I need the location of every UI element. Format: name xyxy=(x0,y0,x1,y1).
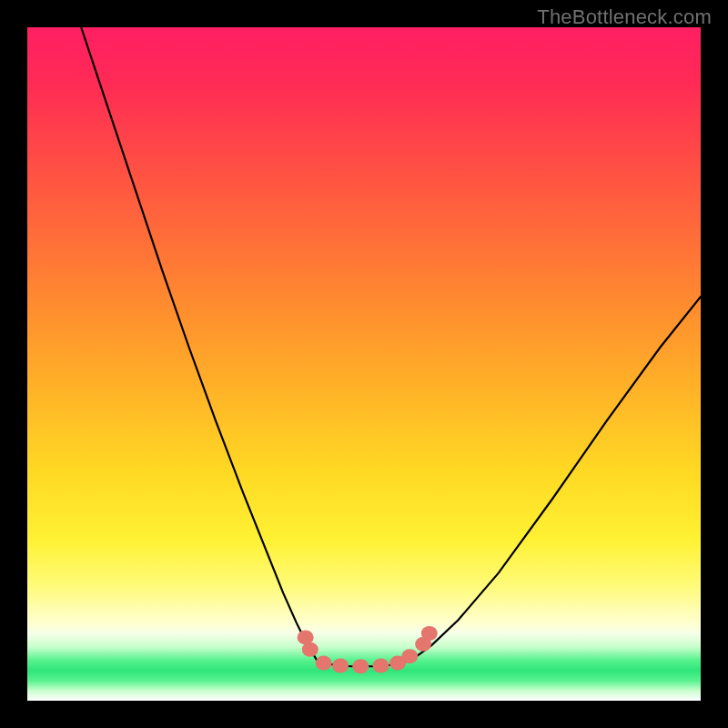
bead xyxy=(421,626,438,641)
bottleneck-curve xyxy=(81,27,701,666)
attribution-text: TheBottleneck.com xyxy=(537,5,712,29)
chart-overlay xyxy=(27,27,701,701)
bead xyxy=(373,659,389,673)
curve-path xyxy=(81,27,701,666)
valley-beads xyxy=(298,626,438,673)
chart-frame: TheBottleneck.com xyxy=(0,0,728,728)
bead xyxy=(352,659,369,673)
bead xyxy=(316,656,332,671)
bead xyxy=(401,649,418,663)
bead xyxy=(332,659,349,673)
bead xyxy=(302,642,318,657)
